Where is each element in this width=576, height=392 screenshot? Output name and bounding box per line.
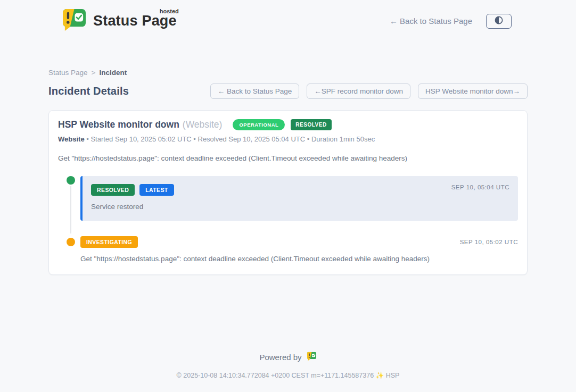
copyright-text: © 2025-10-08 14:10:34.772084 +0200 CEST … bbox=[177, 372, 374, 379]
timeline-latest-panel: RESOLVED LATEST SEP 10, 05:04 UTC Servic… bbox=[80, 176, 518, 221]
incident-description: Get "https://hostedstatus.page": context… bbox=[58, 154, 518, 162]
page-title: Incident Details bbox=[48, 85, 129, 97]
previous-incident-button[interactable]: ←SPF record monitor down bbox=[307, 84, 410, 99]
operational-status-badge: OPERATIONAL bbox=[233, 119, 285, 130]
main-content: Status Page>Incident Incident Details ← … bbox=[48, 42, 528, 275]
header: Status Page hosted ← Back to Status Page bbox=[0, 0, 576, 42]
breadcrumb-root[interactable]: Status Page bbox=[48, 69, 88, 77]
next-incident-button[interactable]: HSP Website monitor down→ bbox=[418, 84, 528, 99]
incident-title: HSP Website monitor down bbox=[58, 119, 179, 130]
timeline-item-head: INVESTIGATING SEP 10, 05:02 UTC bbox=[80, 236, 518, 248]
latest-badge: LATEST bbox=[139, 184, 174, 196]
logo-text: Status Page bbox=[93, 13, 177, 29]
statuspage-logo-icon bbox=[62, 8, 87, 34]
powered-by-label: Powered by bbox=[259, 353, 301, 362]
copyright-line: © 2025-10-08 14:10:34.772084 +0200 CEST … bbox=[0, 371, 576, 379]
breadcrumb: Status Page>Incident bbox=[48, 69, 528, 77]
timeline-item-resolved: RESOLVED LATEST SEP 10, 05:04 UTC Servic… bbox=[58, 176, 518, 221]
sparkles-icon: ✨ bbox=[376, 372, 384, 379]
statuspage-logo-icon-small bbox=[307, 352, 317, 363]
timeline-dot-investigating bbox=[67, 238, 75, 246]
incident-title-row: HSP Website monitor down (Website) OPERA… bbox=[58, 119, 518, 130]
incident-nav-buttons: ← Back to Status Page ←SPF record monito… bbox=[210, 84, 528, 99]
statuspage-logo[interactable]: Status Page hosted bbox=[62, 8, 178, 34]
incident-meta-details: • Started Sep 10, 2025 05:02 UTC • Resol… bbox=[85, 135, 375, 143]
timeline-dot-resolved bbox=[67, 176, 75, 185]
investigating-badge: INVESTIGATING bbox=[80, 236, 138, 248]
heading-row: Incident Details ← Back to Status Page ←… bbox=[48, 84, 528, 99]
logo-text-wrap: Status Page hosted bbox=[93, 13, 178, 29]
breadcrumb-separator: > bbox=[92, 69, 96, 77]
timeline-badges: RESOLVED LATEST bbox=[91, 184, 509, 196]
timeline-message: Service restored bbox=[91, 203, 509, 211]
timeline-timestamp: SEP 10, 05:02 UTC bbox=[460, 239, 518, 245]
timeline-timestamp: SEP 10, 05:04 UTC bbox=[451, 184, 509, 190]
brand-abbreviation: HSP bbox=[386, 372, 400, 379]
theme-toggle-button[interactable] bbox=[486, 14, 512, 29]
incident-service-name: Website bbox=[58, 135, 85, 143]
theme-contrast-icon bbox=[495, 16, 503, 26]
footer: Powered by © 2025-10-08 14:10:34.772084 … bbox=[0, 352, 576, 392]
incident-scope: (Website) bbox=[183, 119, 223, 130]
header-back-link[interactable]: ← Back to Status Page bbox=[390, 16, 472, 26]
breadcrumb-current: Incident bbox=[99, 69, 127, 77]
timeline-item-investigating: INVESTIGATING SEP 10, 05:02 UTC Get "htt… bbox=[58, 236, 518, 263]
incident-card: HSP Website monitor down (Website) OPERA… bbox=[48, 110, 528, 275]
incident-timeline: RESOLVED LATEST SEP 10, 05:04 UTC Servic… bbox=[58, 176, 518, 263]
powered-by-link[interactable]: Powered by bbox=[259, 352, 316, 363]
header-right: ← Back to Status Page bbox=[390, 14, 512, 29]
resolved-badge: RESOLVED bbox=[91, 184, 135, 196]
back-to-status-page-button[interactable]: ← Back to Status Page bbox=[210, 84, 300, 99]
logo-hosted-label: hosted bbox=[160, 8, 179, 14]
timeline-message: Get "https://hostedstatus.page": context… bbox=[80, 255, 518, 263]
resolved-status-badge: RESOLVED bbox=[291, 119, 331, 130]
incident-meta: Website • Started Sep 10, 2025 05:02 UTC… bbox=[58, 135, 518, 143]
